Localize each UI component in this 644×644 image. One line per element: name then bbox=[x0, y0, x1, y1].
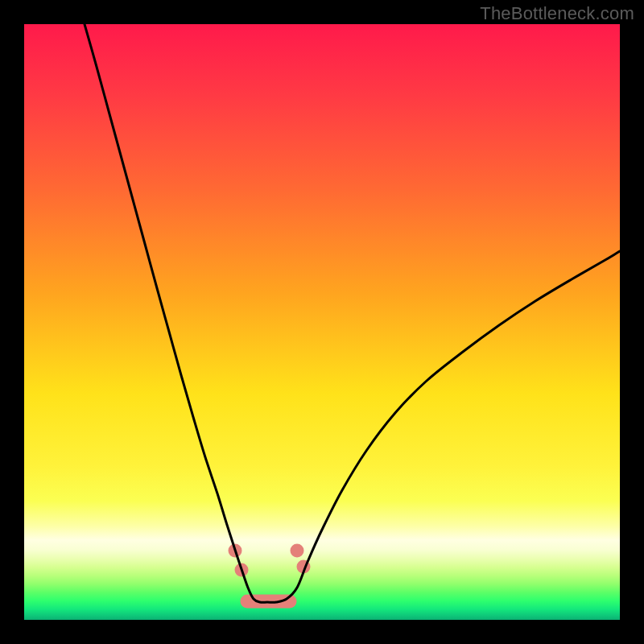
marker-dot-2 bbox=[291, 544, 304, 558]
watermark-label: TheBottleneck.com bbox=[480, 3, 634, 24]
chart-svg bbox=[24, 24, 620, 620]
outer-frame: TheBottleneck.com bbox=[0, 0, 644, 644]
plot-area bbox=[24, 24, 620, 620]
